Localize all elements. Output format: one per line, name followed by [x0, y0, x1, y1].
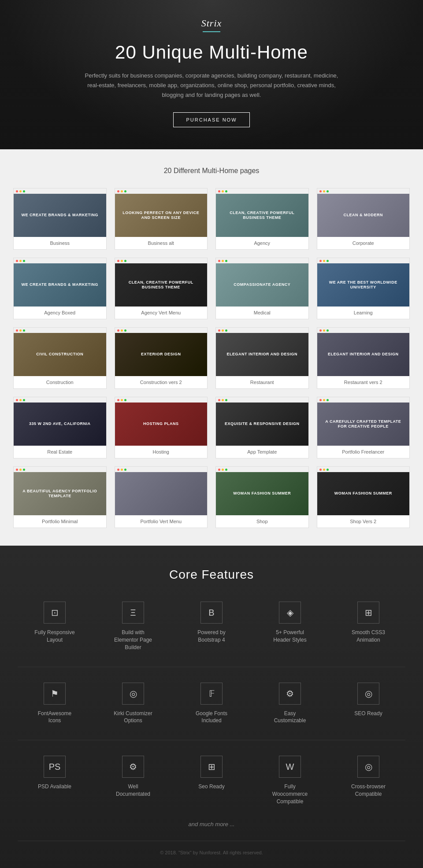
- page-card-shop[interactable]: WOMAN FASHION SUMMERShop: [215, 466, 309, 528]
- page-label-portfolio-min: Portfolio Minimal: [14, 515, 106, 528]
- page-thumb-portfolio-vert: [115, 467, 208, 515]
- mini-browser-bar: [216, 397, 308, 403]
- pages-grid: WE CREATE BRANDS & MARKETINGBusinessLOOK…: [13, 188, 410, 528]
- page-card-business-alt[interactable]: LOOKING PERFECT ON ANY DEVICE AND SCREEN…: [115, 188, 208, 250]
- page-thumb-construction2: EXTERIOR DESIGN: [115, 328, 208, 376]
- page-thumb-agency-boxed: WE CREATE BRANDS & MARKETING: [14, 258, 106, 307]
- page-label-shop: Shop: [216, 515, 308, 528]
- mini-browser-bar: [216, 188, 308, 194]
- page-label-app: App Template: [216, 446, 308, 458]
- feature-label: Kirki Customizer Options: [111, 710, 155, 725]
- mini-browser-bar: [14, 328, 106, 333]
- page-label-business: Business: [14, 237, 106, 249]
- feature-icon: ⚙: [279, 683, 301, 705]
- page-card-business[interactable]: WE CREATE BRANDS & MARKETINGBusiness: [13, 188, 107, 250]
- feature-item: ◎SEO Ready: [331, 683, 405, 725]
- page-label-portfolio: Portfolio Freelancer: [317, 446, 410, 458]
- thumb-overlay-text: WE CREATE BRANDS & MARKETING: [14, 194, 106, 237]
- mini-browser-bar: [115, 258, 208, 263]
- feature-item: ⊞Seo Ready: [174, 756, 249, 805]
- and-more-text: and much more ...: [18, 821, 405, 827]
- feature-item: ⚑FontAwesome Icons: [18, 683, 92, 725]
- thumb-overlay-text: Elegant Interior and Design: [317, 333, 410, 376]
- page-label-portfolio-vert: Portfolio Vert Menu: [115, 515, 208, 528]
- features-row-1: ⚑FontAwesome Icons◎Kirki Customizer Opti…: [18, 683, 405, 725]
- feature-icon: ⚙: [122, 756, 144, 778]
- feature-label: Seo Ready: [198, 783, 224, 790]
- page-label-construction: Construction: [14, 376, 106, 388]
- page-card-agency-boxed[interactable]: WE CREATE BRANDS & MARKETINGAgency Boxed: [13, 258, 107, 319]
- feature-item: ⚙Well Documentated: [96, 756, 170, 805]
- mini-browser-bar: [14, 397, 106, 403]
- page-card-shop2[interactable]: WOMAN FASHION SUMMERShop Vers 2: [317, 466, 410, 528]
- page-card-restaurant2[interactable]: Elegant Interior and DesignRestaurant ve…: [317, 327, 410, 389]
- page-thumb-restaurant: Elegant Interior and Design: [216, 328, 308, 376]
- thumb-overlay-text: 335 W 2nd Ave, California: [14, 403, 106, 446]
- feature-item: ◎Kirki Customizer Options: [96, 683, 170, 725]
- feature-item: ΞBuild with Elementor Page Builder: [96, 602, 170, 651]
- feature-icon: B: [200, 602, 223, 624]
- page-thumb-restaurant2: Elegant Interior and Design: [317, 328, 410, 376]
- page-label-business-alt: Business alt: [115, 237, 208, 249]
- page-card-construction2[interactable]: EXTERIOR DESIGNConstruction vers 2: [115, 327, 208, 389]
- page-card-realestate[interactable]: 335 W 2nd Ave, CaliforniaReal Estate: [13, 397, 107, 458]
- page-card-medical[interactable]: COMPASSIONATE AGENCYMedical: [215, 258, 309, 319]
- page-card-portfolio-min[interactable]: A Beautiful Agency Portfolio TemplatePor…: [13, 466, 107, 528]
- purchase-button[interactable]: PURCHASE NOW: [173, 112, 249, 127]
- feature-label: Well Documentated: [111, 783, 155, 798]
- thumb-overlay-text: CLEAN, CREATIVE POWERFUL BUSINESS THEME: [216, 194, 308, 237]
- page-label-realestate: Real Estate: [14, 446, 106, 458]
- feature-item: 𝔽Google Fonts Included: [174, 683, 249, 725]
- page-label-medical: Medical: [216, 307, 308, 319]
- thumb-overlay-text: CLEAN & MODERN: [317, 194, 410, 237]
- page-card-learning[interactable]: WE ARE THE BEST WORLDWIDE UNIVERSITYLear…: [317, 258, 410, 319]
- page-card-hosting[interactable]: HOSTING PLANSHosting: [115, 397, 208, 458]
- features-row-2: PSPSD Available⚙Well Documentated⊞Seo Re…: [18, 756, 405, 805]
- hero-title: 20 Unique Multi-Home: [9, 42, 414, 63]
- feature-label: Fully Responsive Layout: [33, 629, 77, 644]
- feature-icon: ◈: [279, 602, 301, 624]
- features-row-0: ⊡Fully Responsive LayoutΞBuild with Elem…: [18, 602, 405, 651]
- feature-item: WFully Woocommerce Compatible: [253, 756, 327, 805]
- thumb-overlay-text: HOSTING PLANS: [115, 403, 208, 446]
- feature-item: PSPSD Available: [18, 756, 92, 805]
- feature-label: Cross-browser Compatible: [346, 783, 390, 798]
- page-card-portfolio-vert[interactable]: Portfolio Vert Menu: [115, 466, 208, 528]
- thumb-overlay-text: WE ARE THE BEST WORLDWIDE UNIVERSITY: [317, 263, 410, 307]
- thumb-overlay-text: EXTERIOR DESIGN: [115, 333, 208, 376]
- feature-icon: ◎: [122, 683, 144, 705]
- page-label-restaurant2: Restaurant vers 2: [317, 376, 410, 388]
- feature-label: Fully Woocommerce Compatible: [268, 783, 312, 805]
- thumb-overlay-text: CIVIL CONSTRUCTION: [14, 333, 106, 376]
- page-label-hosting: Hosting: [115, 446, 208, 458]
- feature-label: Build with Elementor Page Builder: [111, 629, 155, 651]
- page-thumb-portfolio-min: A Beautiful Agency Portfolio Template: [14, 467, 106, 515]
- feature-icon: ⊞: [200, 756, 223, 778]
- feature-label: FontAwesome Icons: [33, 710, 77, 725]
- mini-browser-bar: [115, 467, 208, 472]
- mini-browser-bar: [317, 258, 410, 263]
- feature-icon: ◎: [357, 683, 379, 705]
- hero-description: Perfectly suits for business companies, …: [79, 71, 344, 100]
- page-label-agency-boxed: Agency Boxed: [14, 307, 106, 319]
- feature-label: Smooth CSS3 Animation: [346, 629, 390, 644]
- page-card-corporate[interactable]: CLEAN & MODERNCorporate: [317, 188, 410, 250]
- feature-icon: ⊞: [357, 602, 379, 624]
- page-card-agency-vert[interactable]: CLEAN, CREATIVE POWERFUL BUSINESS THEMEA…: [115, 258, 208, 319]
- page-card-portfolio[interactable]: A CAREFULLY CRAFTED TEMPLATE FOR CREATIV…: [317, 397, 410, 458]
- mini-browser-bar: [14, 258, 106, 263]
- feature-item: ◎Cross-browser Compatible: [331, 756, 405, 805]
- mini-browser-bar: [216, 467, 308, 472]
- page-card-construction[interactable]: CIVIL CONSTRUCTIONConstruction: [13, 327, 107, 389]
- thumb-overlay-text: WE CREATE BRANDS & MARKETING: [14, 263, 106, 307]
- features-divider: [18, 740, 405, 740]
- page-card-agency[interactable]: CLEAN, CREATIVE POWERFUL BUSINESS THEMEA…: [215, 188, 309, 250]
- features-section: Core Features ⊡Fully Responsive LayoutΞB…: [0, 546, 423, 868]
- feature-icon: 𝔽: [200, 683, 223, 705]
- page-thumb-business-alt: LOOKING PERFECT ON ANY DEVICE AND SCREEN…: [115, 188, 208, 237]
- page-card-restaurant[interactable]: Elegant Interior and DesignRestaurant: [215, 327, 309, 389]
- features-title: Core Features: [18, 568, 405, 582]
- page-card-app[interactable]: Exquisite & Responsive DesignApp Templat…: [215, 397, 309, 458]
- mini-browser-bar: [317, 397, 410, 403]
- page-thumb-medical: COMPASSIONATE AGENCY: [216, 258, 308, 307]
